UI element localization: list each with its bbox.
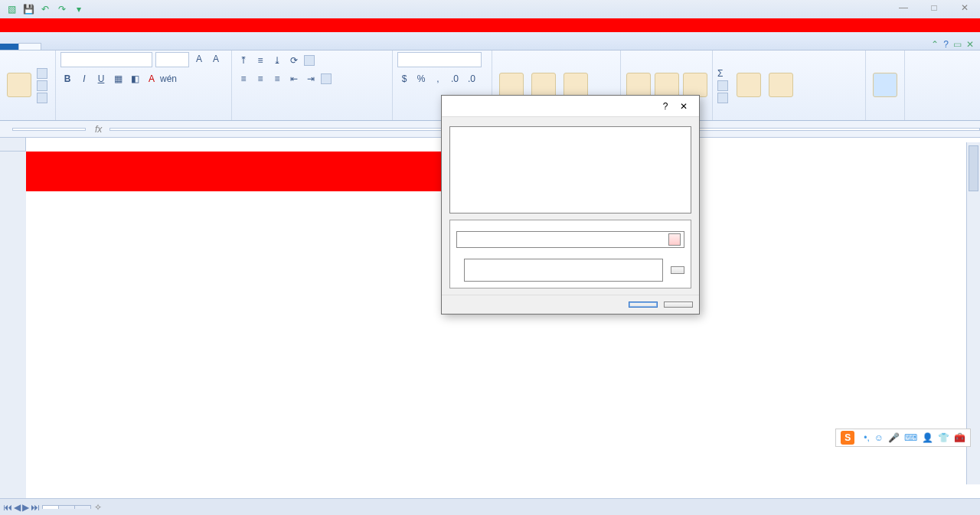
merge-center-button[interactable] <box>321 72 335 86</box>
baidu-save-button[interactable] <box>871 73 900 99</box>
find-select-button[interactable] <box>766 73 795 99</box>
group-clipboard <box>0 51 56 120</box>
group-save <box>866 51 905 120</box>
dialog-close-button[interactable]: ✕ <box>675 101 693 112</box>
format-painter-button[interactable] <box>37 93 51 103</box>
fill-button[interactable] <box>717 80 731 91</box>
align-middle-icon[interactable]: ≡ <box>253 54 267 67</box>
select-all-corner[interactable] <box>0 138 26 152</box>
quick-access-toolbar: ▧ 💾 ↶ ↷ ▾ <box>0 0 980 18</box>
bold-button[interactable]: B <box>60 72 74 86</box>
cancel-button[interactable] <box>664 302 693 308</box>
italic-button[interactable]: I <box>77 72 91 86</box>
undo-icon[interactable]: ↶ <box>38 2 52 16</box>
tab-baidu[interactable] <box>170 44 191 50</box>
maximize-button[interactable]: □ <box>919 0 949 15</box>
ribbon-tabs: ⌃ ? ▭ ✕ <box>0 32 980 51</box>
minimize-button[interactable]: — <box>888 0 919 15</box>
indent-left-icon[interactable]: ⇤ <box>287 72 301 86</box>
wrap-text-button[interactable] <box>304 54 318 67</box>
sheet-tab[interactable] <box>42 505 59 509</box>
ime-toolbox-icon[interactable]: 🧰 <box>954 432 965 443</box>
window-restore-icon[interactable]: ▭ <box>953 39 962 50</box>
autosum-button[interactable]: Σ <box>717 68 731 79</box>
sogou-logo-icon: S <box>841 431 854 445</box>
tab-nav-next-icon[interactable]: ▶ <box>22 502 29 513</box>
comma-icon[interactable]: , <box>431 72 445 86</box>
name-box[interactable] <box>12 128 86 131</box>
ime-user-icon[interactable]: 👤 <box>922 432 933 443</box>
percent-icon[interactable]: % <box>414 72 428 86</box>
border-button[interactable]: ▦ <box>111 72 125 86</box>
formula-banner <box>26 152 459 191</box>
font-size-input[interactable] <box>155 52 189 67</box>
format-preview <box>464 259 663 282</box>
cut-button[interactable] <box>37 68 51 79</box>
phonetic-button[interactable]: wén <box>162 72 175 86</box>
minimize-ribbon-icon[interactable]: ⌃ <box>931 39 939 50</box>
align-center-icon[interactable]: ≡ <box>253 72 267 86</box>
tab-nav-last-icon[interactable]: ⏭ <box>31 502 40 513</box>
tab-formulas[interactable] <box>84 44 106 50</box>
tab-insert[interactable] <box>41 44 63 50</box>
window-title <box>0 18 980 32</box>
align-bottom-icon[interactable]: ⤓ <box>270 54 284 67</box>
group-font: A A B I U ▦ ◧ A wén <box>56 51 232 120</box>
number-format-select[interactable] <box>397 52 482 67</box>
sort-filter-button[interactable] <box>734 73 763 99</box>
excel-icon: ▧ <box>5 2 18 16</box>
file-tab[interactable] <box>0 44 18 50</box>
format-button[interactable] <box>671 266 684 274</box>
ime-mic-icon[interactable]: 🎤 <box>888 432 900 443</box>
window-close-icon[interactable]: ✕ <box>966 39 974 50</box>
indent-right-icon[interactable]: ⇥ <box>304 72 318 86</box>
ime-keyboard-icon[interactable]: ⌨ <box>904 432 917 443</box>
qat-more-icon[interactable]: ▾ <box>72 2 86 16</box>
decrease-decimal-icon[interactable]: .0 <box>465 72 479 86</box>
ime-skin-icon[interactable]: 👕 <box>938 432 949 443</box>
copy-button[interactable] <box>37 80 51 91</box>
close-button[interactable]: ✕ <box>949 0 980 15</box>
new-format-rule-dialog: ? ✕ <box>441 95 700 315</box>
underline-button[interactable]: U <box>94 72 108 86</box>
rule-formula-input[interactable] <box>456 231 684 248</box>
tab-nav-prev-icon[interactable]: ◀ <box>14 502 21 513</box>
ime-toolbar[interactable]: S •, ☺ 🎤 ⌨ 👤 👕 🧰 <box>835 429 971 447</box>
align-top-icon[interactable]: ⤒ <box>237 54 250 67</box>
ime-comma-icon[interactable]: •, <box>864 432 870 443</box>
paste-button[interactable] <box>5 73 34 99</box>
clear-button[interactable] <box>717 93 731 103</box>
shrink-font-icon[interactable]: A <box>209 52 223 66</box>
new-sheet-icon[interactable]: ✧ <box>94 502 102 513</box>
increase-decimal-icon[interactable]: .0 <box>448 72 462 86</box>
grow-font-icon[interactable]: A <box>192 52 206 66</box>
fill-color-button[interactable]: ◧ <box>128 72 142 86</box>
align-right-icon[interactable]: ≡ <box>270 72 284 86</box>
group-edit: Σ <box>713 51 866 120</box>
fx-icon[interactable]: fx <box>87 124 109 135</box>
font-color-button[interactable]: A <box>145 72 158 86</box>
rule-type-list[interactable] <box>449 126 691 213</box>
group-alignment: ⤒ ≡ ⤓ ⟳ ≡ ≡ ≡ ⇤ ⇥ <box>232 51 393 120</box>
ime-smile-icon[interactable]: ☺ <box>874 432 884 443</box>
tab-data[interactable] <box>106 44 127 50</box>
currency-icon[interactable]: $ <box>397 72 411 86</box>
align-left-icon[interactable]: ≡ <box>237 72 250 86</box>
sheet-tab[interactable] <box>74 505 91 509</box>
range-picker-icon[interactable] <box>668 233 681 246</box>
tab-review[interactable] <box>127 44 149 50</box>
tab-home[interactable] <box>18 43 41 50</box>
ok-button[interactable] <box>629 302 658 308</box>
tab-view[interactable] <box>149 44 170 50</box>
orientation-icon[interactable]: ⟳ <box>287 54 301 67</box>
sheet-tab[interactable] <box>58 505 75 509</box>
tab-layout[interactable] <box>63 44 84 50</box>
tab-nav-first-icon[interactable]: ⏮ <box>3 502 12 513</box>
font-name-input[interactable] <box>60 52 152 67</box>
dialog-help-button[interactable]: ? <box>656 101 675 112</box>
help-icon[interactable]: ? <box>943 39 949 50</box>
row-headers <box>0 152 26 498</box>
redo-icon[interactable]: ↷ <box>55 2 69 16</box>
save-icon[interactable]: 💾 <box>21 2 35 16</box>
sheet-tab-bar: ⏮ ◀ ▶ ⏭ ✧ <box>0 498 980 515</box>
